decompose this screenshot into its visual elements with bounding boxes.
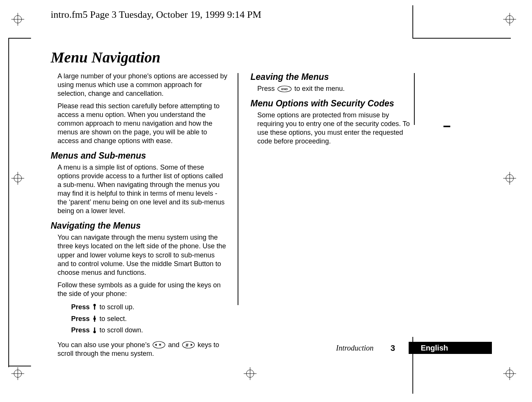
footer-language-badge: English	[409, 342, 492, 354]
crop-guide	[8, 366, 31, 366]
body-text: A menu is a simple list of options. Some…	[51, 163, 228, 215]
section-heading: Leaving the Menus	[250, 72, 417, 82]
page-title: Menu Navigation	[51, 48, 160, 66]
svg-marker-29	[155, 344, 157, 346]
body-text: You can navigate through the menu system…	[51, 233, 228, 277]
star-key-icon: ✶	[152, 341, 165, 349]
crop-mark-icon	[11, 172, 24, 185]
body-text: You can also use your phone’s ✶ and # ke…	[51, 341, 228, 358]
scroll-up-icon	[92, 303, 97, 314]
crop-mark-icon	[244, 367, 257, 380]
body-text: Follow these symbols as a guide for usin…	[51, 281, 228, 298]
press-text: to scroll up.	[100, 303, 134, 311]
crop-mark-icon	[503, 367, 516, 380]
svg-marker-33	[191, 344, 193, 346]
svg-text:✶: ✶	[158, 342, 162, 347]
crop-guide	[412, 5, 413, 38]
key-instruction-list: Press to scroll up. Press to select. Pre…	[71, 302, 228, 337]
press-label: Press	[71, 315, 92, 323]
scroll-down-icon	[92, 326, 97, 337]
svg-point-31	[182, 341, 194, 348]
crop-mark-icon	[11, 13, 24, 26]
section-heading: Navigating the Menus	[51, 221, 228, 231]
press-label: Press	[71, 303, 92, 311]
svg-rect-22	[94, 306, 95, 310]
crop-guide	[8, 38, 31, 39]
footer-section: Introduction	[336, 344, 373, 352]
crop-guide	[412, 38, 511, 39]
section-heading: Menu Options with Security Codes	[250, 98, 417, 109]
end-key-icon: END	[277, 86, 292, 92]
svg-rect-25	[94, 319, 95, 322]
svg-text:#: #	[186, 342, 189, 348]
crop-mark-icon	[503, 13, 516, 26]
body-text: A large number of your phone's options a…	[51, 72, 228, 98]
press-text: to scroll down.	[100, 326, 143, 334]
hash-key-icon: #	[182, 341, 195, 349]
press-text: to select.	[100, 315, 127, 323]
body-text: Please read this section carefully befor…	[51, 102, 228, 145]
select-icon	[92, 315, 97, 326]
framemaker-header: intro.fm5 Page 3 Tuesday, October 19, 19…	[51, 9, 261, 20]
svg-rect-26	[94, 327, 95, 331]
crop-mark-icon	[503, 172, 516, 185]
crop-mark-icon	[11, 367, 24, 380]
crop-guide	[8, 38, 9, 367]
footer-page-number: 3	[390, 343, 395, 353]
svg-point-27	[93, 331, 96, 333]
press-label: Press	[71, 326, 92, 334]
body-text: Some options are protected from misuse b…	[250, 111, 417, 146]
svg-text:END: END	[282, 87, 288, 91]
section-heading: Menus and Sub-menus	[51, 151, 228, 161]
body-text: Press END to exit the menu.	[250, 84, 417, 93]
